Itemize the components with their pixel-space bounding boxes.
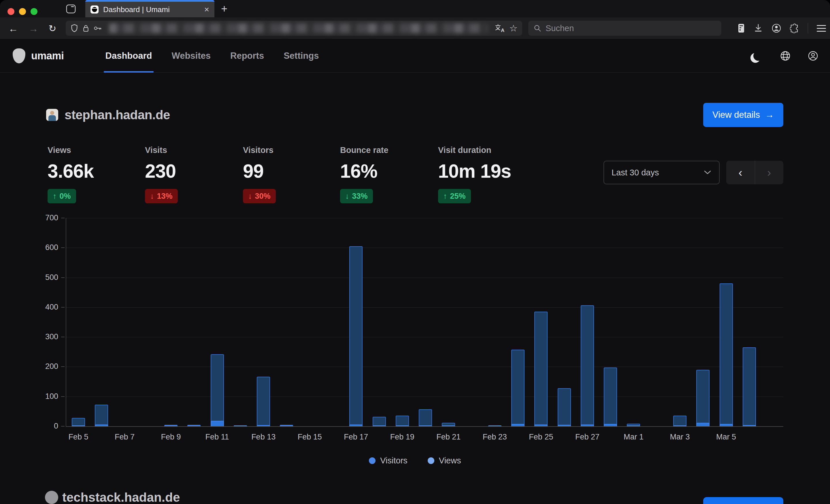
visitors-bar[interactable]	[604, 424, 617, 426]
stat-value: 230	[145, 160, 178, 182]
visitors-bar[interactable]	[673, 425, 687, 426]
views-bar[interactable]	[720, 283, 733, 426]
browser-window: Dashboard | Umami × + ← → ↻ A ☆	[0, 0, 830, 504]
views-bar[interactable]	[604, 368, 617, 427]
nav-item-dashboard[interactable]: Dashboard	[96, 39, 162, 72]
legend-item-visitors[interactable]: Visitors	[369, 456, 408, 465]
next-view-details-button[interactable]	[703, 497, 783, 504]
next-period-button[interactable]: ›	[755, 161, 784, 184]
umami-brand[interactable]: umami	[13, 48, 64, 63]
lock-icon[interactable]	[83, 24, 89, 32]
search-bar[interactable]	[528, 21, 721, 36]
chart-legend: Visitors Views	[0, 456, 830, 465]
menu-icon[interactable]	[817, 25, 826, 32]
account-icon[interactable]	[771, 23, 781, 33]
visitors-bar[interactable]	[72, 425, 85, 426]
svg-text:A: A	[501, 28, 504, 33]
visitors-bar[interactable]	[95, 425, 108, 426]
nav-item-websites[interactable]: Websites	[162, 39, 220, 72]
stat-label: Visitors	[243, 145, 276, 155]
download-icon[interactable]	[754, 23, 763, 33]
visitors-bar[interactable]	[349, 425, 362, 426]
views-bar[interactable]	[673, 415, 687, 426]
visitors-bar[interactable]	[534, 425, 548, 426]
change-badge: ↓30%	[243, 189, 276, 203]
y-axis-line	[66, 218, 66, 426]
arrow-right-icon: →	[765, 110, 774, 120]
shield-icon[interactable]	[70, 24, 78, 33]
change-badge: ↑0%	[47, 189, 76, 203]
grid-line	[66, 426, 783, 427]
reload-button[interactable]: ↻	[46, 23, 59, 35]
visitors-bar[interactable]	[696, 423, 709, 426]
visitors-bar[interactable]	[442, 425, 455, 426]
visitors-bar[interactable]	[488, 425, 502, 426]
views-bar[interactable]	[349, 246, 362, 426]
nav-item-reports[interactable]: Reports	[220, 39, 274, 72]
browser-tab[interactable]: Dashboard | Umami ×	[85, 0, 215, 17]
window-zoom-button[interactable]	[31, 8, 37, 15]
visitors-bar[interactable]	[720, 424, 733, 426]
visitors-bar[interactable]	[257, 425, 270, 426]
views-bar[interactable]	[696, 370, 709, 426]
date-range-select[interactable]: Last 30 days	[604, 161, 720, 184]
extensions-puzzle-icon[interactable]	[790, 23, 799, 33]
translate-icon[interactable]: A	[495, 24, 505, 33]
views-bar[interactable]	[72, 418, 85, 426]
key-icon[interactable]	[93, 25, 102, 32]
visitors-bar[interactable]	[627, 425, 640, 426]
x-axis-tick-label: Feb 17	[344, 433, 368, 441]
sidebar-toggle-icon[interactable]	[66, 4, 76, 14]
views-dot-icon	[428, 457, 434, 464]
views-bar[interactable]	[211, 354, 224, 426]
grid-line	[66, 397, 783, 397]
views-bar[interactable]	[419, 409, 432, 426]
views-bar[interactable]	[257, 377, 270, 426]
umami-logo-icon	[13, 48, 25, 63]
visitors-bar[interactable]	[511, 424, 524, 426]
theme-moon-icon[interactable]	[753, 51, 763, 61]
visitors-bar[interactable]	[187, 425, 200, 426]
tab-close-icon[interactable]: ×	[204, 5, 209, 14]
views-bar[interactable]	[95, 405, 108, 426]
visitors-bar[interactable]	[373, 425, 386, 426]
visitors-bar[interactable]	[396, 425, 409, 426]
visitors-bar[interactable]	[280, 425, 293, 426]
forward-button[interactable]: →	[27, 23, 40, 35]
stat-label: Views	[47, 145, 94, 155]
nav-item-settings[interactable]: Settings	[274, 39, 328, 72]
x-axis-tick-label: Feb 9	[161, 433, 181, 441]
bookmark-star-icon[interactable]: ☆	[509, 23, 518, 34]
legend-item-views[interactable]: Views	[428, 456, 461, 465]
visitors-bar[interactable]	[558, 425, 571, 426]
window-close-button[interactable]	[7, 8, 14, 15]
panel-list-icon[interactable]	[737, 23, 745, 33]
view-details-button[interactable]: View details →	[703, 103, 783, 127]
previous-period-button[interactable]: ‹	[726, 161, 755, 184]
visitors-bar[interactable]	[743, 425, 756, 426]
search-input[interactable]	[546, 24, 716, 33]
views-bar[interactable]	[743, 347, 756, 426]
visitors-bar[interactable]	[581, 425, 594, 426]
profile-icon[interactable]	[807, 51, 819, 61]
visitors-bar[interactable]	[419, 425, 432, 426]
views-bar[interactable]	[373, 417, 386, 426]
new-tab-button[interactable]: +	[218, 2, 230, 15]
x-axis-tick-label: Feb 27	[575, 433, 600, 441]
url-bar[interactable]: A ☆	[66, 21, 522, 36]
grid-line	[66, 307, 783, 308]
views-bar[interactable]	[581, 305, 594, 426]
views-bar[interactable]	[396, 415, 409, 426]
stat-views: Views 3.66k ↑0%	[47, 145, 94, 203]
visitors-bar[interactable]	[211, 421, 224, 426]
plot-area[interactable]	[66, 218, 783, 426]
visitors-bar[interactable]	[234, 425, 247, 426]
visitors-bar[interactable]	[164, 425, 178, 426]
window-minimize-button[interactable]	[19, 8, 26, 15]
x-axis-tick-label: Feb 15	[298, 433, 322, 441]
views-bar[interactable]	[511, 349, 524, 426]
views-bar[interactable]	[534, 312, 548, 426]
views-bar[interactable]	[558, 388, 571, 426]
language-globe-icon[interactable]	[780, 51, 791, 61]
back-button[interactable]: ←	[7, 23, 20, 35]
